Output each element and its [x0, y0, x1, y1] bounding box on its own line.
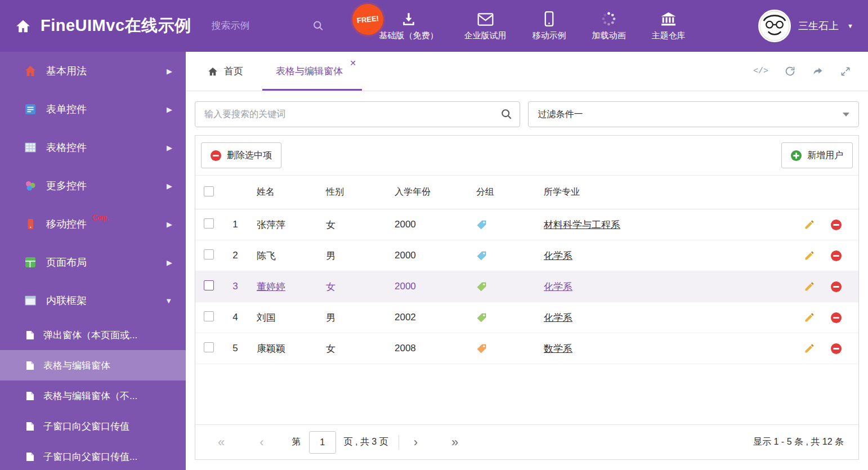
cell-gender: 女 — [317, 280, 386, 293]
sidebar-item-label: 基本用法 — [46, 64, 87, 78]
keyword-search-input[interactable] — [195, 109, 520, 119]
delete-icon[interactable] — [831, 343, 842, 354]
cell-year: 2000 — [386, 281, 468, 292]
cell-gender: 男 — [317, 311, 386, 324]
sidebar-item-page-layout[interactable]: 页面布局 ▶ — [0, 243, 186, 281]
delete-icon[interactable] — [831, 220, 842, 230]
filter-dropdown[interactable]: 过滤条件一 — [528, 101, 859, 127]
search-icon[interactable] — [500, 108, 513, 120]
sidebar-item-label: 更多控件 — [46, 179, 87, 193]
sidebar-subitem-label: 子窗口向父窗口传值... — [43, 450, 137, 463]
table-row[interactable]: 5 康颖颖 女 2008 数学系 — [195, 333, 858, 364]
edit-icon[interactable] — [804, 312, 815, 323]
row-number: 1 — [222, 219, 248, 230]
major-link[interactable]: 化学系 — [544, 281, 572, 292]
add-user-button[interactable]: 新增用户 — [781, 142, 853, 168]
edit-icon[interactable] — [804, 343, 815, 354]
cell-gender: 男 — [317, 249, 386, 262]
nav-label: 加载动画 — [592, 30, 626, 41]
code-icon[interactable]: </> — [753, 66, 768, 76]
next-page-button[interactable]: › — [414, 436, 418, 449]
edit-icon[interactable] — [804, 281, 815, 292]
tab-label: 表格与编辑窗体 — [276, 65, 343, 78]
nav-label: 主题仓库 — [652, 30, 686, 41]
table-row[interactable]: 2 陈飞 男 2000 化学系 — [195, 240, 858, 271]
sidebar-item-more-controls[interactable]: 更多控件 ▶ — [0, 167, 186, 205]
record-summary: 显示 1 - 5 条 , 共 12 条 — [753, 436, 844, 448]
column-header[interactable]: 所学专业 — [535, 186, 797, 198]
header-search-input[interactable] — [211, 17, 325, 35]
delete-icon[interactable] — [831, 312, 842, 323]
sidebar-subitem[interactable]: 弹出窗体（本页面或... — [0, 320, 186, 350]
user-menu[interactable]: 三生石上 ▼ — [758, 10, 868, 42]
header-nav: FREE! 基础版（免费） 企业版试用 移动示例 — [379, 11, 686, 41]
row-checkbox[interactable] — [204, 311, 214, 321]
major-link[interactable]: 化学系 — [544, 250, 572, 261]
table-row[interactable]: 3 董婷婷 女 2000 化学系 — [195, 271, 858, 302]
nav-enterprise-trial[interactable]: 企业版试用 — [464, 11, 507, 41]
column-header[interactable]: 性别 — [317, 186, 386, 198]
tab-grid-edit-window[interactable]: 表格与编辑窗体 ✕ — [262, 52, 362, 91]
sidebar-item-inline-frame[interactable]: 内联框架 ▼ — [0, 281, 186, 320]
nav-mobile-demo[interactable]: 移动示例 — [533, 11, 566, 41]
nav-basic-free[interactable]: FREE! 基础版（免费） — [379, 11, 439, 41]
expand-icon[interactable] — [840, 66, 851, 77]
page-number-input[interactable] — [309, 431, 336, 454]
delete-icon[interactable] — [831, 250, 842, 261]
close-icon[interactable]: ✕ — [350, 59, 356, 68]
edit-icon[interactable] — [804, 250, 815, 261]
major-link[interactable]: 数学系 — [544, 343, 572, 354]
share-icon[interactable] — [812, 66, 824, 77]
page-suffix: 页 , 共 3 页 — [344, 436, 388, 448]
tab-home[interactable]: 首页 — [195, 52, 256, 91]
column-header[interactable]: 入学年份 — [386, 186, 468, 198]
home-icon — [15, 19, 32, 34]
major-link[interactable]: 材料科学与工程系 — [544, 220, 620, 230]
download-icon — [401, 11, 416, 26]
envelope-icon — [477, 11, 494, 26]
filter-dropdown-value: 过滤条件一 — [538, 109, 583, 120]
sidebar-subitem[interactable]: 表格与编辑窗体 — [0, 350, 186, 381]
prev-page-button[interactable]: ‹ — [259, 436, 263, 449]
grid-toolbar: 删除选中项 新增用户 — [195, 136, 858, 176]
frame-icon — [25, 295, 36, 306]
cell-name: 康颖颖 — [248, 342, 317, 355]
row-checkbox[interactable] — [204, 342, 214, 352]
sidebar-item-basic-usage[interactable]: 基本用法 ▶ — [0, 52, 186, 90]
page-prefix: 第 — [292, 436, 301, 448]
form-icon — [25, 104, 36, 115]
nav-theme-store[interactable]: 主题仓库 — [652, 11, 686, 41]
sidebar-item-mobile-controls[interactable]: 移动控件 Corp. ▶ — [0, 205, 186, 243]
row-checkbox[interactable] — [204, 249, 214, 259]
column-header[interactable]: 分组 — [468, 186, 535, 198]
main-content: 首页 表格与编辑窗体 ✕ </> — [186, 52, 868, 470]
nav-loading-animation[interactable]: 加载动画 — [592, 11, 626, 41]
edit-icon[interactable] — [804, 219, 815, 230]
select-all-checkbox[interactable] — [204, 186, 214, 196]
user-name: 三生石上 — [798, 19, 839, 33]
table-row[interactable]: 4 刘国 男 2002 化学系 — [195, 302, 858, 333]
sidebar-subitem[interactable]: 表格与编辑窗体（不... — [0, 381, 186, 411]
sidebar-subitem[interactable]: 子窗口向父窗口传值... — [0, 441, 186, 470]
sidebar-item-table-controls[interactable]: 表格控件 ▶ — [0, 128, 186, 167]
search-icon[interactable] — [312, 20, 324, 32]
row-checkbox[interactable] — [204, 218, 214, 229]
refresh-icon[interactable] — [784, 65, 796, 77]
tag-icon — [468, 312, 535, 323]
cell-name: 刘国 — [248, 311, 317, 324]
column-header[interactable]: 姓名 — [248, 186, 317, 198]
delete-selected-button[interactable]: 删除选中项 — [201, 142, 281, 168]
sidebar-subitem[interactable]: 子窗口向父窗口传值 — [0, 411, 186, 441]
table-row[interactable]: 1 张萍萍 女 2000 材料科学与工程系 — [195, 209, 858, 240]
brand[interactable]: FineUIMvc在线示例 — [0, 15, 191, 37]
first-page-button[interactable]: « — [218, 436, 225, 449]
major-link[interactable]: 化学系 — [544, 312, 572, 323]
chevron-down-icon: ▼ — [165, 297, 172, 305]
last-page-button[interactable]: » — [451, 436, 458, 449]
sidebar-item-form-controls[interactable]: 表单控件 ▶ — [0, 90, 186, 128]
cell-name: 董婷婷 — [248, 280, 317, 293]
file-icon — [26, 391, 34, 401]
widgets-icon — [25, 180, 36, 191]
row-checkbox[interactable] — [204, 280, 214, 290]
delete-icon[interactable] — [831, 281, 842, 292]
